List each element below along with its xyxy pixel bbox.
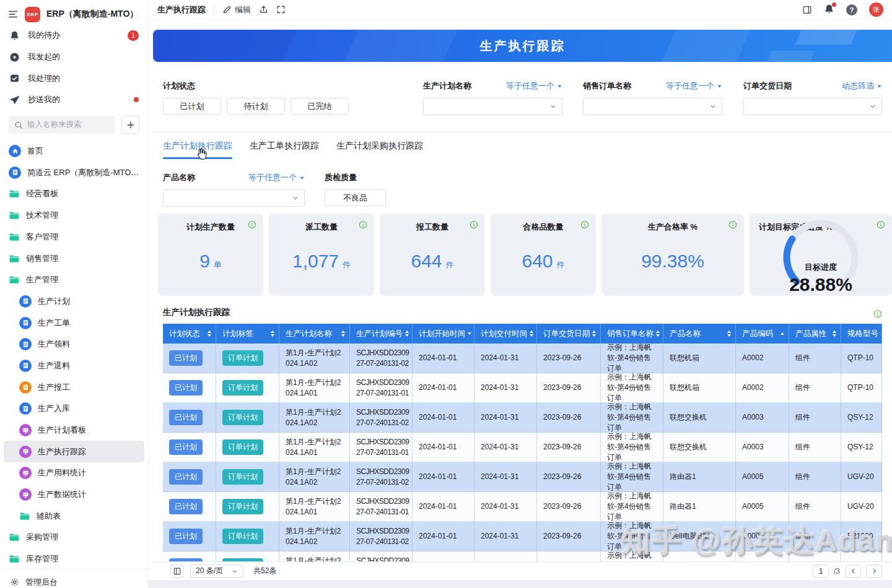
column-header-5[interactable]: 计划交付时间: [474, 324, 537, 344]
sidebar-item-label: 生产退料: [38, 360, 70, 371]
info-icon[interactable]: [359, 220, 367, 231]
doc-icon: [19, 338, 32, 350]
sidebar-item-sales-mgmt[interactable]: 销售管理: [4, 248, 144, 269]
table-row-7[interactable]: 已计划订单计划第1月-生产计划2024.1A01SCJHXSDD230927-0…: [163, 551, 882, 561]
current-page-input[interactable]: 1: [813, 564, 829, 578]
sidebar-item-production-report[interactable]: 生产报工: [4, 376, 144, 398]
sidebar-item-production-return[interactable]: 生产退料: [4, 355, 144, 377]
sidebar-item-production-data-stats[interactable]: 生产数据统计: [4, 484, 144, 506]
delivery-date-select[interactable]: [743, 98, 882, 115]
kpi-value: 28.88%: [750, 274, 892, 295]
search-input[interactable]: 输入名称来搜索: [9, 116, 115, 134]
sidebar-item-production-mgmt[interactable]: 生产管理: [4, 269, 144, 291]
info-icon[interactable]: [873, 309, 882, 318]
tab-0[interactable]: 生产计划执行跟踪: [163, 132, 232, 159]
sidebar-item-cc-to-me[interactable]: 抄送我的: [0, 89, 148, 111]
sidebar-item-production-material-stats[interactable]: 生产用料统计: [4, 462, 144, 484]
fullscreen-button[interactable]: [276, 5, 286, 14]
topbar-right: ? 张: [802, 2, 883, 17]
column-header-6[interactable]: 订单交货日期: [537, 324, 601, 344]
sidebar-item-customer-mgmt[interactable]: 客户管理: [4, 227, 144, 248]
column-header-2[interactable]: 生产计划名称: [279, 324, 350, 344]
sidebar-item-initiated[interactable]: 我发起的: [0, 46, 148, 68]
user-avatar[interactable]: 张: [869, 2, 883, 17]
plan-name-select[interactable]: [423, 98, 562, 115]
column-header-11[interactable]: 规格型号: [841, 324, 882, 344]
plan-status-option-1[interactable]: 待计划: [227, 98, 285, 115]
sidebar-item-production-workorder[interactable]: 生产工单: [4, 312, 144, 334]
operator-dropdown[interactable]: 等于任意一个: [666, 80, 722, 92]
tab-1[interactable]: 生产工单执行跟踪: [250, 132, 319, 159]
plan-status-option-0[interactable]: 已计划: [163, 98, 221, 115]
table-row-4[interactable]: 已计划订单计划第1月-生产计划2024.1A02SCJHXSDD230927-0…: [163, 462, 882, 492]
status-badge: 已计划: [169, 350, 203, 366]
info-icon[interactable]: [248, 220, 256, 231]
sidebar-item-jdy-erp[interactable]: 简道云 ERP（离散制造-MTO）…: [4, 162, 144, 183]
sidebar-item-production-exec-tracking[interactable]: 生产执行跟踪: [4, 441, 144, 462]
filter-row-1: 计划状态 已计划待计划已完结 生产计划名称 等于任意一个 销售订单名称 等于任意…: [153, 62, 892, 132]
sidebar-item-aux-tables[interactable]: 辅助表: [4, 505, 144, 527]
help-button[interactable]: ?: [846, 4, 857, 15]
admin-console-link[interactable]: 管理后台: [0, 569, 148, 588]
table-cell: 示例：上海帆软-第4份销售订单: [601, 373, 663, 403]
info-icon[interactable]: [470, 220, 478, 231]
table-row-5[interactable]: 已计划订单计划第1月-生产计划2024.1A01SCJHXSDD230927-0…: [163, 492, 882, 522]
column-header-1[interactable]: 计划标签: [216, 324, 279, 344]
table-cell: 2023-09-26: [537, 373, 601, 403]
column-header-4[interactable]: 计划开始时间: [413, 324, 474, 344]
table-row-6[interactable]: 已计划订单计划第1月-生产计划2024.1A02SCJHXSDD230927-0…: [163, 522, 882, 551]
table-cell: 联想交换机: [663, 403, 736, 433]
column-header-10[interactable]: 产品属性: [789, 324, 841, 344]
panel-toggle-icon[interactable]: [802, 5, 812, 15]
column-header-9[interactable]: 产品编码: [736, 324, 789, 344]
product-name-select[interactable]: [163, 189, 305, 207]
sidebar-item-production-plan-board[interactable]: 生产计划看板: [4, 420, 144, 441]
sidebar-item-label: 生产报工: [38, 382, 70, 393]
table-row-3[interactable]: 已计划订单计划第1月-生产计划2024.1A01SCJHXSDD230927-0…: [163, 433, 882, 462]
sidebar-item-production-inbound[interactable]: 生产入库: [4, 398, 144, 420]
column-header-0[interactable]: 计划状态: [163, 324, 216, 344]
sidebar-item-home[interactable]: 首页: [4, 141, 144, 162]
add-app-button[interactable]: [121, 116, 139, 134]
column-header-8[interactable]: 产品名称: [663, 324, 736, 344]
operator-dropdown[interactable]: 等于任意一个: [506, 80, 562, 92]
table-row-2[interactable]: 已计划订单计划第1月-生产计划2024.1A02SCJHXSDD230927-0…: [163, 403, 882, 433]
operator-dropdown[interactable]: 等于任意一个: [248, 172, 305, 183]
table-row-0[interactable]: 已计划订单计划第1月-生产计划2024.1A02SCJHXSDD230927-0…: [163, 344, 882, 373]
sidebar-item-production-plan[interactable]: 生产计划: [4, 291, 144, 313]
table-row-1[interactable]: 已计划订单计划第1月-生产计划2024.1A01SCJHXSDD230927-0…: [163, 373, 882, 403]
table-cell: UGV-20: [841, 492, 882, 522]
column-header-7[interactable]: 销售订单名称: [601, 324, 663, 344]
page-size-select[interactable]: 20 条/页: [190, 564, 243, 578]
edit-button[interactable]: 编辑: [222, 4, 251, 15]
qc-quality-option-0[interactable]: 不良品: [325, 189, 386, 206]
collapse-sidebar-icon[interactable]: [7, 9, 19, 20]
sales-order-select[interactable]: [583, 98, 722, 115]
operator-dropdown[interactable]: 动态筛选: [842, 80, 882, 92]
info-icon[interactable]: [728, 220, 737, 231]
table-cell: 联想机箱: [663, 344, 736, 373]
info-icon[interactable]: [580, 220, 589, 231]
sidebar-item-purchase-mgmt[interactable]: 采购管理: [4, 527, 144, 548]
sidebar-item-business-board[interactable]: 经营看板: [4, 183, 144, 205]
table-cell: A0005: [736, 492, 789, 522]
prev-page-button[interactable]: [845, 564, 861, 578]
sidebar-item-tech-mgmt[interactable]: 技术管理: [4, 205, 144, 227]
info-icon[interactable]: [877, 220, 885, 231]
tab-2[interactable]: 生产计划采购执行跟踪: [336, 132, 423, 159]
share-button[interactable]: [259, 5, 268, 14]
chevron-down-icon: [870, 103, 876, 110]
sidebar-item-inventory-mgmt[interactable]: 库存管理: [4, 548, 144, 569]
column-header-3[interactable]: 生产计划编号: [350, 324, 413, 344]
doc-icon: [19, 402, 32, 415]
send-icon: [9, 95, 20, 105]
kpi-unit: 件: [343, 259, 351, 270]
notifications-button[interactable]: [824, 4, 834, 16]
next-page-button[interactable]: [866, 564, 882, 578]
sidebar-item-todo[interactable]: 我的待办1: [0, 25, 148, 46]
plan-status-option-2[interactable]: 已完结: [291, 98, 349, 115]
bell-icon: [9, 30, 20, 41]
sidebar-item-production-picking[interactable]: 生产领料: [4, 334, 144, 355]
sidebar-item-processed[interactable]: 我处理的: [0, 67, 148, 89]
column-settings-button[interactable]: [170, 564, 184, 578]
